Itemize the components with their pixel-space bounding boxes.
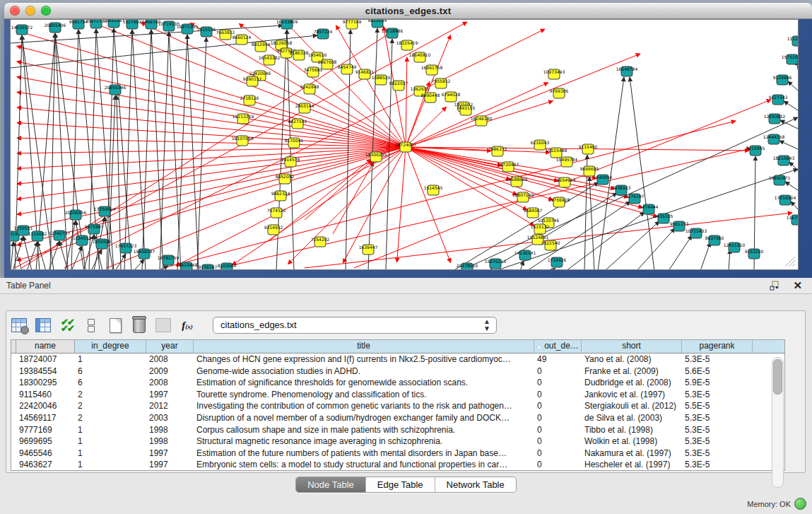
graph-node[interactable]: 16033809 (276, 20, 298, 29)
table-row[interactable]: 1830029562008Estimation of significance … (11, 377, 784, 389)
cell-name[interactable]: 18300295 (16, 377, 74, 389)
graph-node[interactable]: 15076215 (485, 259, 507, 269)
cell-name[interactable]: 14569117 (16, 412, 74, 424)
cell-pagerank[interactable]: 5.3E-5 (681, 354, 752, 366)
row-height-icon[interactable] (83, 317, 100, 334)
cell-title[interactable]: Corpus callosum shape and size in male p… (193, 424, 534, 436)
graph-node[interactable]: 7955812 (432, 78, 451, 88)
cell-name[interactable]: 9777169 (16, 424, 74, 436)
cell-name[interactable]: 18724007 (16, 354, 74, 366)
graph-node[interactable]: 12093832 (764, 114, 786, 124)
graph-node[interactable]: 15720407 (498, 162, 519, 172)
graph-node[interactable]: 8186328 (290, 50, 309, 60)
float-window-icon[interactable] (770, 281, 779, 291)
cell-out_de[interactable]: 0 (534, 377, 581, 389)
select-mode-icon[interactable]: ✔✔✔✔ (59, 317, 76, 334)
cell-short[interactable]: Yano et al. (2008) (581, 354, 681, 366)
toggle-column-icon[interactable] (35, 317, 52, 334)
cell-short[interactable]: Jankovic et al. (1997) (581, 389, 681, 401)
graph-node[interactable]: 1514545 (424, 185, 443, 195)
cell-pagerank[interactable]: 5.3E-5 (681, 412, 752, 424)
cell-out_de[interactable]: 0 (534, 448, 581, 460)
cell-short[interactable]: Nakamura et al. (1997) (581, 448, 681, 460)
cell-out_de[interactable]: 0 (534, 400, 581, 412)
table-body[interactable]: 1872400712008Changes of HCN gene express… (11, 354, 784, 471)
graph-node[interactable]: 2522540 (541, 240, 560, 250)
cell-out_de[interactable]: 0 (534, 436, 581, 448)
cell-year[interactable]: 2012 (146, 400, 193, 412)
graph-node[interactable]: 9314952 (264, 225, 283, 235)
graph-node[interactable]: 15751074 (782, 54, 798, 64)
tab-node-table[interactable]: Node Table (296, 477, 366, 492)
table-row[interactable]: 1938455462009Genome-wide association stu… (11, 366, 784, 378)
cell-in_degree[interactable]: 6 (74, 377, 146, 389)
scrollbar-thumb[interactable] (773, 359, 782, 395)
table-row[interactable]: 977716911998Corpus callosum shape and si… (11, 424, 784, 436)
cell-in_degree[interactable]: 1 (74, 459, 146, 471)
graph-node[interactable]: 10973493 (543, 69, 565, 79)
graph-node[interactable]: 7574520 (267, 208, 286, 218)
graph-node[interactable]: 11121550 (787, 36, 798, 46)
cell-title[interactable]: Investigating the contribution of common… (193, 400, 534, 412)
cell-name[interactable]: 9115460 (16, 389, 74, 401)
graph-node[interactable]: 10711433 (686, 228, 707, 238)
cell-title[interactable]: Disruption of a novel member of a sodium… (193, 412, 534, 424)
graph-node[interactable]: 9862324 (271, 191, 290, 201)
graph-node[interactable]: 10653287 (103, 20, 125, 28)
cell-name[interactable]: 19384554 (16, 366, 74, 378)
graph-node[interactable]: 19958187 (134, 249, 155, 259)
graph-node[interactable]: 16648784 (616, 66, 638, 76)
graph-node[interactable]: 1588520 (372, 75, 391, 85)
graph-node[interactable]: 8660124 (233, 35, 252, 45)
graph-node[interactable]: 8813054 (368, 20, 387, 28)
graph-node[interactable]: 20891406 (45, 23, 66, 33)
tab-network-table[interactable]: Network Table (435, 477, 516, 492)
graph-node[interactable]: 14136141 (514, 250, 536, 260)
graph-node[interactable]: 14035572 (11, 25, 33, 35)
graph-node[interactable]: 8912954 (252, 42, 271, 52)
graph-node[interactable]: 12444158 (763, 134, 785, 144)
table-row[interactable]: 2242004622012Investigating the contribut… (11, 400, 784, 412)
cell-short[interactable]: Hescheler et al. (1997) (581, 459, 681, 471)
cell-title[interactable]: Structural magnetic resonance image aver… (193, 436, 534, 448)
cell-pagerank[interactable]: 5.6E-5 (681, 366, 752, 378)
cell-out_de[interactable]: 0 (534, 389, 581, 401)
graph-node[interactable]: 8427552 (288, 119, 307, 129)
graph-node[interactable]: 2718126 (240, 95, 259, 105)
cell-year[interactable]: 2003 (146, 412, 193, 424)
graph-node[interactable]: 20378565 (457, 263, 478, 269)
function-builder-icon[interactable]: f(x) (179, 317, 196, 334)
cell-pagerank[interactable]: 5.3E-5 (681, 459, 752, 471)
graph-node[interactable]: 10688609 (506, 177, 528, 187)
cell-short[interactable]: Tibbo et al. (1998) (581, 424, 681, 436)
cell-pagerank[interactable]: 5.3E-5 (681, 448, 752, 460)
close-panel-icon[interactable]: ✕ (793, 279, 802, 292)
cell-short[interactable]: Franke et al. (2009) (581, 366, 681, 378)
graph-node[interactable]: 1639447 (359, 245, 378, 255)
graph-node[interactable]: 9975887 (85, 224, 104, 234)
graph-node[interactable]: 6179197 (625, 194, 645, 204)
cell-title[interactable]: Embryonic stem cells: a model to study s… (193, 459, 534, 471)
graph-node[interactable]: 18640910 (409, 52, 431, 62)
graph-node[interactable]: 7857224 (314, 29, 333, 39)
cell-title[interactable]: Changes of HCN gene expression and I(f) … (193, 354, 534, 366)
cell-in_degree[interactable]: 2 (74, 412, 146, 424)
cell-in_degree[interactable]: 2 (74, 389, 146, 401)
graph-node[interactable]: 19756928 (548, 197, 570, 207)
cell-in_degree[interactable]: 6 (74, 366, 146, 378)
table-row[interactable]: 946362711997Embryonic stem cells: a mode… (11, 459, 784, 471)
graph-node[interactable]: 20206556 (65, 210, 87, 220)
graph-node[interactable]: 8637560 (705, 235, 724, 245)
table-header-row[interactable]: namein_degreeyeartitleout_de…shortpagera… (11, 340, 784, 354)
graph-node[interactable]: 6794028 (442, 92, 461, 102)
cell-in_degree[interactable]: 1 (74, 448, 146, 460)
graph-node[interactable]: 9129966 (773, 75, 792, 85)
vertical-scrollbar[interactable] (772, 357, 784, 488)
graph-node[interactable]: 1733426 (548, 257, 567, 267)
table-row[interactable]: 1872400712008Changes of HCN gene express… (11, 354, 784, 366)
graph-node[interactable]: 9684067 (524, 208, 543, 218)
cell-in_degree[interactable]: 1 (74, 424, 146, 436)
table-row[interactable]: 1456911722003Disruption of a novel membe… (11, 412, 784, 424)
memory-status-icon[interactable] (794, 498, 806, 510)
graph-node[interactable]: 19892971 (769, 175, 791, 185)
